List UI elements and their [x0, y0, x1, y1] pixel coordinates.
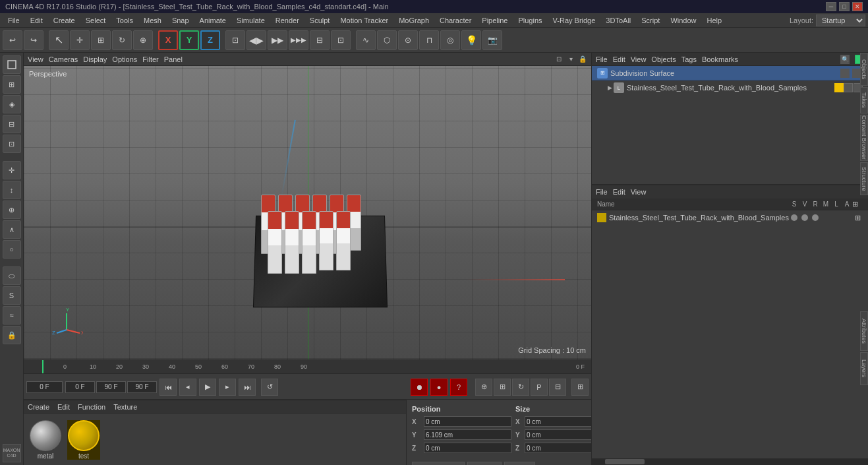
viewport-single-button[interactable]: ⊡ [225, 30, 245, 50]
mat-mgr-edit[interactable]: Edit [613, 188, 625, 196]
menu-simulate[interactable]: Simulate [231, 15, 270, 26]
scale-tool-button[interactable]: ⊞ [91, 30, 111, 50]
transform-tool-button[interactable]: ⊕ [133, 30, 153, 50]
menu-character[interactable]: Character [434, 15, 477, 26]
next-frame-button[interactable]: ▸ [219, 379, 236, 396]
menu-plugins[interactable]: Plugins [513, 15, 547, 26]
obj-menu-view[interactable]: View [631, 55, 647, 63]
takes-tab[interactable]: Takes [860, 87, 868, 113]
deformer-button[interactable]: ⊓ [419, 30, 439, 50]
render-end-input[interactable] [127, 381, 157, 393]
menu-pipeline[interactable]: Pipeline [477, 15, 513, 26]
prev-frame-button[interactable]: ◂ [179, 379, 196, 396]
menu-snap[interactable]: Snap [167, 15, 194, 26]
start-frame-input[interactable] [65, 381, 95, 393]
attributes-tab[interactable]: Attributes [860, 311, 868, 351]
pos-y-input[interactable] [424, 429, 511, 440]
light-button[interactable]: 💡 [461, 30, 481, 50]
bake-button[interactable]: ⊟ [549, 379, 566, 396]
maximize-button[interactable]: □ [839, 2, 850, 11]
close-button[interactable]: ✕ [852, 2, 863, 11]
sidebar-knife[interactable]: ∧ [3, 220, 21, 239]
sidebar-extrude[interactable]: ⊕ [3, 201, 21, 219]
viewport-cameras-menu[interactable]: Cameras [49, 55, 78, 63]
expand-arrow[interactable]: ▶ [608, 84, 612, 91]
obj-menu-objects[interactable]: Objects [651, 55, 676, 63]
record-keyframe-red-button[interactable]: ⏺ [411, 379, 428, 396]
sidebar-model-mode[interactable] [3, 55, 21, 74]
viewport-arrow-down[interactable]: ▾ [566, 55, 575, 64]
material-metal[interactable]: metal [29, 420, 62, 460]
mat-menu-create[interactable]: Create [28, 403, 49, 411]
mat-menu-function[interactable]: Function [78, 403, 105, 411]
viewport-lock-button[interactable]: 🔒 [578, 55, 587, 64]
viewport-display-menu[interactable]: Display [83, 55, 107, 63]
scale-keys-button[interactable]: ⊞ [494, 379, 511, 396]
axis-y-button[interactable]: Y [179, 30, 199, 50]
axis-z-button[interactable]: Z [200, 30, 220, 50]
pos-x-input[interactable] [424, 416, 511, 427]
current-frame-input[interactable] [26, 381, 63, 393]
layout-select[interactable]: Startup Standard [816, 15, 865, 26]
animation-record-button[interactable]: ◀▶ [246, 30, 266, 50]
obj-mgr-search-icon[interactable]: 🔍 [840, 55, 850, 64]
menu-window[interactable]: Window [665, 15, 701, 26]
timeline-playhead[interactable] [42, 360, 43, 373]
render-region-button[interactable]: ⊡ [331, 30, 351, 50]
mat-menu-edit[interactable]: Edit [57, 403, 70, 411]
sidebar-polygon-mode[interactable]: ◈ [3, 95, 21, 113]
camera-button[interactable]: 📷 [482, 30, 502, 50]
auto-key-button[interactable]: ? [450, 379, 467, 396]
obj-row-subdivision[interactable]: ⊞ Subdivision Surface [592, 66, 868, 80]
mat-mgr-file[interactable]: File [596, 188, 608, 196]
goto-end-button[interactable]: ⏭ [239, 379, 256, 396]
play-button[interactable]: ▶ [199, 379, 216, 396]
move-tool-button[interactable]: ✛ [70, 30, 90, 50]
nurbs-button[interactable]: ⊙ [398, 30, 418, 50]
minimize-button[interactable]: ─ [826, 2, 836, 11]
polygon-button[interactable]: ⬡ [377, 30, 397, 50]
viewport-view-menu[interactable]: View [28, 55, 43, 63]
menu-3dtoall[interactable]: 3DToAll [600, 15, 636, 26]
3d-viewport[interactable]: Perspective [24, 66, 591, 359]
obj-visibility-icon[interactable] [840, 69, 850, 78]
sidebar-stamp[interactable]: S [3, 286, 21, 305]
material-test[interactable]: test [67, 420, 100, 460]
select-tool-button[interactable]: ↖ [49, 30, 69, 50]
menu-motion-tracker[interactable]: Motion Tracker [335, 15, 393, 26]
undo-button[interactable]: ↩ [3, 30, 22, 50]
objects-tab[interactable]: Objects [860, 53, 868, 86]
viewport-options-menu[interactable]: Options [112, 55, 137, 63]
viewport-filter-menu[interactable]: Filter [142, 55, 158, 63]
mat-menu-texture[interactable]: Texture [113, 403, 137, 411]
menu-script[interactable]: Script [636, 15, 665, 26]
structure-tab[interactable]: Structure [860, 162, 868, 195]
end-frame-input[interactable] [96, 381, 126, 393]
menu-sculpt[interactable]: Sculpt [304, 15, 335, 26]
menu-mograph[interactable]: MoGraph [393, 15, 434, 26]
rotate-tool-button[interactable]: ↻ [112, 30, 132, 50]
motion-clip-button[interactable]: P [531, 379, 548, 396]
menu-vray[interactable]: V-Ray Bridge [548, 15, 601, 26]
obj-menu-tags[interactable]: Tags [681, 55, 697, 63]
scroll-thumb[interactable] [605, 459, 645, 464]
sidebar-edge-mode[interactable]: ⊟ [3, 115, 21, 133]
menu-animate[interactable]: Animate [194, 15, 231, 26]
obj-menu-edit[interactable]: Edit [613, 55, 625, 63]
menu-mesh[interactable]: Mesh [138, 15, 167, 26]
menu-file[interactable]: File [3, 15, 25, 26]
spline-button[interactable]: ∿ [356, 30, 376, 50]
sidebar-bend[interactable]: ↕ [3, 181, 21, 199]
content-browser-tab[interactable]: Content Browser [860, 115, 868, 161]
menu-help[interactable]: Help [702, 15, 728, 26]
obj-menu-bookmarks[interactable]: Bookmarks [702, 55, 738, 63]
viewport-expand-button[interactable]: ⊡ [554, 55, 564, 64]
menu-edit[interactable]: Edit [25, 15, 48, 26]
sidebar-checkerboard[interactable]: ⊞ [3, 75, 21, 94]
menu-render[interactable]: Render [270, 15, 304, 26]
sidebar-lock[interactable]: 🔒 [3, 326, 21, 344]
sidebar-point-mode[interactable]: ⊡ [3, 135, 21, 153]
redo-button[interactable]: ↪ [24, 30, 43, 50]
timeline-ruler[interactable]: 0 10 20 30 40 50 60 70 80 90 0 F [24, 360, 591, 373]
sidebar-paint[interactable]: ⬭ [3, 266, 21, 285]
